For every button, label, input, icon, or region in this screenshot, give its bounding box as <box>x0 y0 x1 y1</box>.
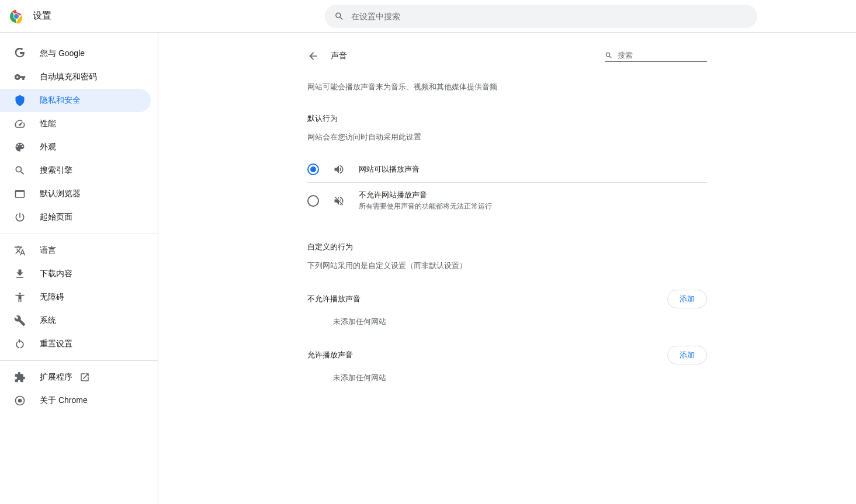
block-list-title: 不允许播放声音 <box>307 294 361 304</box>
custom-behavior-title: 自定义的行为 <box>307 242 707 252</box>
nav-divider <box>0 360 158 361</box>
allow-list-title: 允许播放声音 <box>307 350 353 360</box>
sidebar: 您与 Google 自动填充和密码 隐私和安全 性能 外观 搜索引擎 默认浏览器 <box>0 33 158 504</box>
option-label: 网站可以播放声音 <box>359 164 420 175</box>
option-label: 不允许网站播放声音 <box>359 190 492 200</box>
radio-option-allow[interactable]: 网站可以播放声音 <box>307 157 707 183</box>
sidebar-item-languages[interactable]: 语言 <box>0 239 151 262</box>
download-icon <box>14 268 26 280</box>
palette-icon <box>14 141 26 153</box>
volume-off-icon <box>333 195 345 207</box>
sidebar-item-performance[interactable]: 性能 <box>0 112 151 135</box>
power-icon <box>14 211 26 223</box>
sidebar-item-label: 性能 <box>40 119 56 129</box>
sidebar-item-accessibility[interactable]: 无障碍 <box>0 286 151 309</box>
nav-divider <box>0 234 158 234</box>
add-allow-button[interactable]: 添加 <box>667 346 707 364</box>
search-icon <box>14 165 26 176</box>
sidebar-item-label: 重置设置 <box>40 339 72 349</box>
radio-option-block[interactable]: 不允许网站播放声音 所有需要使用声音的功能都将无法正常运行 <box>307 183 707 218</box>
sidebar-item-search-engine[interactable]: 搜索引擎 <box>0 159 151 182</box>
page-search-container[interactable] <box>605 51 707 62</box>
sidebar-item-label: 扩展程序 <box>40 372 90 383</box>
sidebar-item-privacy[interactable]: 隐私和安全 <box>0 89 151 112</box>
key-icon <box>14 71 26 83</box>
sidebar-item-label: 默认浏览器 <box>40 189 81 199</box>
sidebar-item-extensions[interactable]: 扩展程序 <box>0 366 151 389</box>
sidebar-item-label: 下载内容 <box>40 269 72 279</box>
custom-behavior-sub: 下列网站采用的是自定义设置（而非默认设置） <box>307 260 707 271</box>
sidebar-item-label: 语言 <box>40 245 56 256</box>
default-behavior-title: 默认行为 <box>307 113 707 124</box>
sidebar-item-label: 隐私和安全 <box>40 95 81 106</box>
app-header: 设置 <box>0 0 856 33</box>
page-description: 网站可能会播放声音来为音乐、视频和其他媒体提供音频 <box>307 82 707 92</box>
allow-list-header: 允许播放声音 添加 <box>307 346 707 364</box>
add-block-button[interactable]: 添加 <box>667 290 707 308</box>
sidebar-item-autofill[interactable]: 自动填充和密码 <box>0 65 151 89</box>
sidebar-item-label: 起始页面 <box>40 212 72 223</box>
accessibility-icon <box>14 291 26 303</box>
block-list-header: 不允许播放声音 添加 <box>307 290 707 308</box>
restore-icon <box>14 338 26 350</box>
sidebar-item-label: 自动填充和密码 <box>40 72 97 82</box>
header-title-area: 设置 <box>9 9 325 23</box>
sidebar-item-appearance[interactable]: 外观 <box>0 135 151 159</box>
search-icon <box>334 11 344 22</box>
sidebar-item-label: 外观 <box>40 142 56 152</box>
sidebar-item-label: 系统 <box>40 315 56 326</box>
back-button[interactable] <box>307 50 319 62</box>
page-search-input[interactable] <box>618 51 707 60</box>
shield-icon <box>14 95 26 106</box>
sub-header: 声音 <box>307 44 707 68</box>
block-list-empty: 未添加任何网站 <box>307 317 707 327</box>
sidebar-item-label: 您与 Google <box>40 48 85 59</box>
sidebar-item-reset[interactable]: 重置设置 <box>0 332 151 356</box>
external-link-icon <box>79 372 90 383</box>
radio-input[interactable] <box>307 195 319 207</box>
main-content-area: 声音 网站可能会播放声音来为音乐、视频和其他媒体提供音频 默认行为 网站会在您访… <box>158 33 856 504</box>
sidebar-item-google[interactable]: 您与 Google <box>0 42 151 65</box>
global-search-input[interactable] <box>351 12 748 21</box>
svg-point-2 <box>14 14 19 19</box>
sidebar-item-label: 关于 Chrome <box>40 395 88 406</box>
app-title: 设置 <box>33 10 51 22</box>
translate-icon <box>14 245 26 256</box>
sidebar-item-default-browser[interactable]: 默认浏览器 <box>0 182 151 206</box>
sidebar-item-label: 搜索引擎 <box>40 165 72 176</box>
speed-icon <box>14 118 26 130</box>
browser-icon <box>14 188 26 200</box>
arrow-back-icon <box>307 50 319 62</box>
allow-list-empty: 未添加任何网站 <box>307 373 707 383</box>
sidebar-item-about[interactable]: 关于 Chrome <box>0 389 151 412</box>
build-icon <box>14 315 26 326</box>
global-search-bar[interactable] <box>325 5 757 28</box>
default-behavior-sub: 网站会在您访问时自动采用此设置 <box>307 132 707 142</box>
extension-icon <box>14 371 26 383</box>
google-icon <box>14 48 26 60</box>
radio-input[interactable] <box>307 164 319 175</box>
search-icon <box>605 51 613 60</box>
chrome-logo-icon <box>9 9 23 23</box>
sidebar-item-system[interactable]: 系统 <box>0 309 151 332</box>
page-title: 声音 <box>331 51 347 61</box>
sidebar-item-startup[interactable]: 起始页面 <box>0 206 151 229</box>
option-sublabel: 所有需要使用声音的功能都将无法正常运行 <box>359 201 492 211</box>
volume-icon <box>333 164 345 175</box>
chrome-outline-icon <box>14 395 26 406</box>
sidebar-item-downloads[interactable]: 下载内容 <box>0 262 151 286</box>
sidebar-item-label: 无障碍 <box>40 292 64 303</box>
